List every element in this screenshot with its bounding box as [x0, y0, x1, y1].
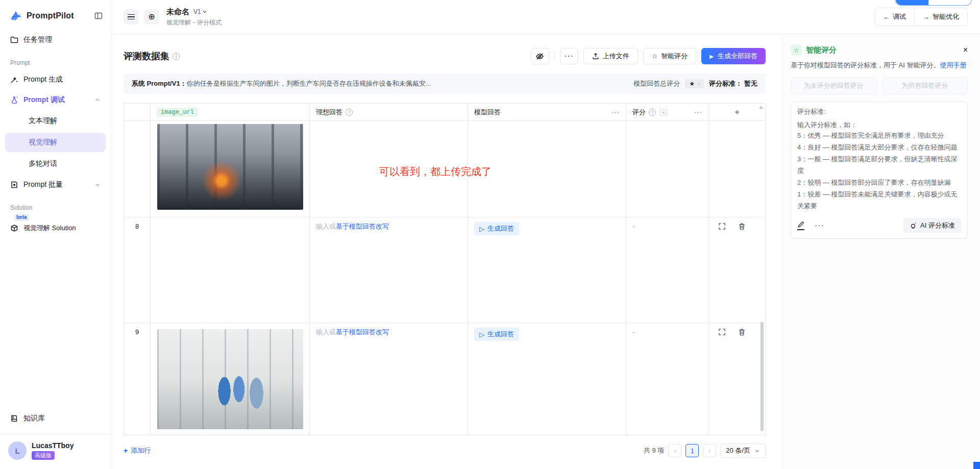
main-content: 评测数据集 i ··· 上传文件 ☆ — [111, 35, 782, 469]
sidebar-subitem-label: 多轮对话 — [29, 159, 57, 168]
document-info: 未命名 V1 视觉理解－评分模式 — [166, 7, 222, 27]
total-score-label: 模型回答总评分 — [633, 79, 680, 88]
smart-score-button[interactable]: ☆ 智能评分 — [643, 48, 697, 64]
current-page-button[interactable]: 1 — [685, 444, 699, 457]
hamburger-icon — [128, 14, 135, 20]
new-version-button[interactable]: ⊕ — [144, 9, 159, 24]
rewrite-from-model-link[interactable]: 基于模型回答改写 — [336, 328, 389, 336]
score-label: 评分 — [632, 108, 646, 117]
score-cell[interactable]: - — [626, 323, 709, 435]
logo-row: PromptPilot — [0, 0, 111, 30]
image-url-header[interactable]: image_url — [151, 104, 310, 120]
sidebar-collapse-button[interactable] — [94, 12, 103, 20]
add-column-button[interactable]: + — [709, 104, 765, 120]
info-icon: i — [173, 53, 180, 60]
model-answer-cell[interactable]: ▷ 生成回答 — [468, 323, 626, 435]
sidebar-item-label: Prompt 调试 — [23, 95, 65, 105]
sidebar-subitem-label: 文本理解 — [29, 116, 57, 126]
criteria-line: 3：一般 — 模型回答满足部分要求，但缺乏清晰性或深度 — [797, 153, 961, 177]
criteria-value: 暂无 — [744, 79, 757, 88]
model-answer-header[interactable]: 模型回答 ··· — [468, 104, 626, 120]
score-unscored-button[interactable]: 为未评分的回答评分 — [791, 77, 877, 94]
upload-file-button[interactable]: 上传文件 — [583, 48, 638, 64]
score-all-button[interactable]: 为所有回答评分 — [882, 77, 968, 94]
expand-row-icon[interactable] — [718, 328, 726, 336]
rewrite-from-model-link[interactable]: 基于模型回答改写 — [336, 223, 389, 230]
score-cell[interactable]: - — [626, 217, 709, 323]
ideal-answer-cell[interactable]: 输入或基于模型回答改写 — [310, 323, 468, 435]
sidebar-item-task-manage[interactable]: 任务管理 — [5, 30, 106, 50]
star-solid-icon: ★ — [689, 80, 695, 87]
add-row-button[interactable]: + 添加行 — [124, 446, 151, 455]
model-column-menu-button[interactable]: ··· — [611, 108, 620, 116]
sidebar-item-prompt-debug[interactable]: Prompt 调试 — [5, 90, 106, 110]
score-cell[interactable] — [626, 121, 709, 217]
row-actions-cell — [709, 217, 765, 323]
close-icon[interactable]: × — [963, 46, 968, 54]
delete-row-icon[interactable] — [738, 223, 746, 230]
sidebar-subitem-vision-understanding[interactable]: 视觉理解 — [5, 133, 106, 152]
dataset-image-welding-workshop[interactable] — [157, 124, 303, 210]
user-profile[interactable]: L LucasTTboy 高级版 — [0, 434, 111, 469]
mode-switch-group: ← 调试 → 智能优化 — [874, 8, 968, 26]
manual-link[interactable]: 使用手册 — [940, 61, 967, 69]
sidebar-subitem-multiturn-dialog[interactable]: 多轮对话 — [5, 154, 106, 174]
red-annotation: 可以看到，都上传完成了 — [379, 165, 492, 179]
dataset-image-inspection-team[interactable] — [157, 329, 303, 429]
delete-row-icon[interactable] — [738, 328, 746, 336]
more-actions-button[interactable]: ··· — [560, 48, 578, 64]
ideal-placeholder-text: 输入或 — [316, 223, 336, 230]
chevron-up-icon — [94, 97, 101, 103]
ai-criteria-button[interactable]: AI 评分标准 — [903, 218, 961, 233]
ideal-answer-cell[interactable]: 输入或基于模型回答改写 — [310, 217, 468, 323]
ideal-answer-label: 理想回答 — [316, 108, 342, 117]
panel-description-text: 基于你对模型回答的评分标准，用于 AI 智能评分。 — [791, 61, 940, 69]
image-cell[interactable] — [151, 121, 310, 217]
debug-mode-label: 调试 — [893, 12, 906, 21]
generate-answer-button[interactable]: ▷ 生成回答 — [474, 328, 519, 341]
menu-button[interactable] — [124, 9, 139, 24]
topbar: ⊕ 未命名 V1 视觉理解－评分模式 ← 调试 → 智能优化 — [111, 0, 980, 34]
promptpilot-logo-icon — [9, 9, 22, 22]
prev-page-button[interactable]: ‹ — [668, 444, 681, 457]
hide-columns-button[interactable] — [531, 48, 549, 64]
arrow-right-icon: → — [923, 13, 929, 21]
panel-title: 智能评分 — [806, 45, 837, 55]
model-answer-cell[interactable] — [468, 121, 626, 217]
sidebar-section-solution: Solution — [0, 195, 111, 214]
beta-badge: beta — [14, 214, 29, 221]
image-cell[interactable] — [151, 323, 310, 435]
score-column-menu-button[interactable]: ··· — [694, 108, 702, 116]
criteria-more-button[interactable]: ··· — [815, 221, 824, 230]
criteria-title: 评分标准: — [797, 107, 961, 116]
sidebar-item-prompt-batch[interactable]: Prompt 批量 — [5, 175, 106, 194]
edit-criteria-button[interactable] — [797, 221, 804, 230]
criteria-editor[interactable]: 评分标准: 输入评分标准，如： 5：优秀 — 模型回答完全满足所有要求，理由充分… — [791, 102, 968, 239]
generate-answer-button[interactable]: ▷ 生成回答 — [474, 222, 519, 235]
version-selector[interactable]: V1 — [193, 8, 207, 15]
debug-mode-button[interactable]: ← 调试 — [875, 8, 914, 26]
sidebar-item-vision-solution[interactable]: beta 视觉理解 Solution — [5, 218, 106, 238]
dataset-image-worker-conveyor[interactable] — [157, 222, 303, 319]
page-size-select[interactable]: 20 条/页 — [720, 443, 766, 458]
generate-all-button[interactable]: ▶ 生成全部回答 — [701, 48, 766, 64]
ai-criteria-label: AI 评分标准 — [920, 221, 955, 230]
table-scroll-up-arrow[interactable] — [759, 106, 763, 109]
total-score-pill: ★ - — [685, 79, 704, 88]
sidebar-subitem-text-understanding[interactable]: 文本理解 — [5, 111, 106, 131]
system-prompt-banner[interactable]: 系统 Prompt/V1： 你的任务是根据生产车间的图片，判断生产车间是否存在违… — [124, 73, 766, 94]
ideal-answer-header[interactable]: 理想回答 ? — [310, 104, 468, 120]
table-scrollbar[interactable] — [761, 322, 764, 431]
page-title: 评测数据集 i — [124, 50, 180, 62]
model-answer-cell[interactable]: ▷ 生成回答 — [468, 217, 626, 323]
image-cell[interactable] — [151, 217, 310, 323]
page-size-value: 20 条/页 — [726, 446, 750, 455]
smart-optimize-button[interactable]: → 智能优化 — [914, 8, 967, 26]
sidebar-item-prompt-generate[interactable]: Prompt 生成 — [5, 70, 106, 89]
smart-optimize-label: 智能优化 — [933, 12, 959, 21]
score-header[interactable]: 评分 ? - ··· — [626, 104, 709, 120]
pencil-icon — [797, 221, 804, 228]
expand-row-icon[interactable] — [718, 223, 726, 230]
next-page-button[interactable]: › — [703, 444, 716, 457]
sidebar-item-knowledge-base[interactable]: 知识库 — [5, 409, 106, 428]
